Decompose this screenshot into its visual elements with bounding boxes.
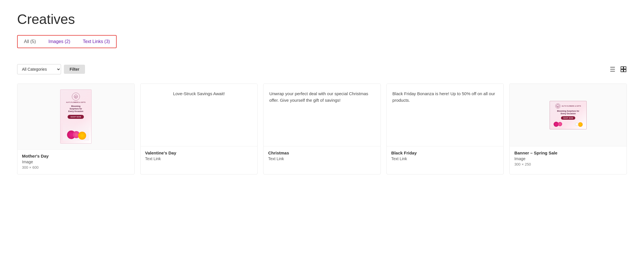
grid-view-icon[interactable] (620, 66, 627, 73)
img-headline: BloomingSurprises forEvery Occasion (68, 105, 84, 113)
tab-all[interactable]: All (5) (21, 37, 39, 46)
creative-card-mothers-day[interactable]: AF ALF'S FLOWERS & GIFTS BloomingSurpris… (17, 83, 135, 174)
card-info-christmas: Christmas Text Link (264, 146, 380, 167)
logo-text: ALF'S FLOWERS & GIFTS (66, 101, 86, 103)
creative-card-christmas[interactable]: Unwrap your perfect deal with our specia… (263, 83, 381, 174)
spring-logo-row: AF ALF'S FLOWERS & GIFTS (555, 103, 581, 109)
creative-size: 300 × 600 (22, 165, 130, 170)
page-title: Creatives (17, 11, 627, 27)
creative-name: Valentine's Day (145, 150, 253, 155)
spring-shop-btn: SHOP NOW (561, 116, 575, 120)
black-friday-text: Black Friday Bonanza is here! Up to 50% … (392, 91, 498, 103)
spring-headline: Blooming Surprises forEvery Occasion (557, 110, 579, 115)
svg-text:AF: AF (75, 96, 77, 98)
card-preview-black-friday: Black Friday Bonanza is here! Up to 50% … (387, 84, 504, 146)
spring-banner-image: AF ALF'S FLOWERS & GIFTS Blooming Surpri… (550, 101, 587, 129)
card-preview-valentines: Love-Struck Savings Await! (141, 84, 258, 146)
shop-now-btn: SHOP NOW (68, 115, 84, 119)
view-toggles: ☰ (610, 66, 627, 73)
tab-text-links[interactable]: Text Links (3) (79, 37, 113, 46)
svg-rect-0 (621, 67, 623, 69)
svg-rect-2 (621, 70, 623, 72)
card-preview-spring: AF ALF'S FLOWERS & GIFTS Blooming Surpri… (510, 84, 627, 146)
svg-rect-1 (624, 67, 626, 69)
card-info-spring: Banner – Spring Sale Image 300 × 250 (510, 146, 627, 171)
card-info-mothers-day: Mother's Day Image 300 × 600 (17, 150, 134, 174)
creative-card-black-friday[interactable]: Black Friday Bonanza is here! Up to 50% … (386, 83, 504, 174)
card-preview-mothers-day: AF ALF'S FLOWERS & GIFTS BloomingSurpris… (17, 84, 134, 150)
christmas-text: Unwrap your perfect deal with our specia… (269, 91, 375, 103)
mothers-day-image: AF ALF'S FLOWERS & GIFTS BloomingSurpris… (60, 89, 92, 144)
creative-name: Banner – Spring Sale (514, 150, 622, 155)
creative-type: Image (22, 160, 130, 164)
filter-button[interactable]: Filter (64, 65, 85, 74)
svg-rect-3 (624, 70, 626, 72)
creative-card-valentines-day[interactable]: Love-Struck Savings Await! Valentine's D… (140, 83, 258, 174)
spring-flowers (552, 121, 584, 127)
creative-name: Mother's Day (22, 154, 130, 158)
logo-circle: AF (72, 93, 80, 101)
card-info-valentines: Valentine's Day Text Link (141, 146, 258, 167)
creative-name: Black Friday (391, 150, 499, 155)
creatives-grid: AF ALF'S FLOWERS & GIFTS BloomingSurpris… (17, 83, 627, 174)
valentines-text: Love-Struck Savings Await! (173, 91, 225, 97)
list-view-icon[interactable]: ☰ (610, 66, 617, 73)
filters-row: All Categories Filter ☰ (17, 64, 627, 74)
tabs-filter-container: All (5) Images (2) Text Links (3) (17, 35, 117, 48)
creative-type: Text Link (145, 156, 253, 161)
creative-size: 300 × 250 (514, 162, 622, 166)
creative-type: Text Link (391, 156, 499, 161)
card-preview-christmas: Unwrap your perfect deal with our specia… (264, 84, 380, 146)
creative-type: Text Link (268, 156, 376, 161)
tab-images[interactable]: Images (2) (45, 37, 74, 46)
card-info-black-friday: Black Friday Text Link (387, 146, 504, 167)
category-select[interactable]: All Categories (17, 64, 61, 74)
spring-brand-text: ALF'S FLOWERS & GIFTS (562, 105, 581, 107)
creative-name: Christmas (268, 150, 376, 155)
creative-type: Image (514, 156, 622, 161)
creative-card-spring-sale[interactable]: AF ALF'S FLOWERS & GIFTS Blooming Surpri… (509, 83, 627, 174)
flowers-decoration (63, 121, 89, 140)
svg-text:AF: AF (557, 105, 559, 107)
